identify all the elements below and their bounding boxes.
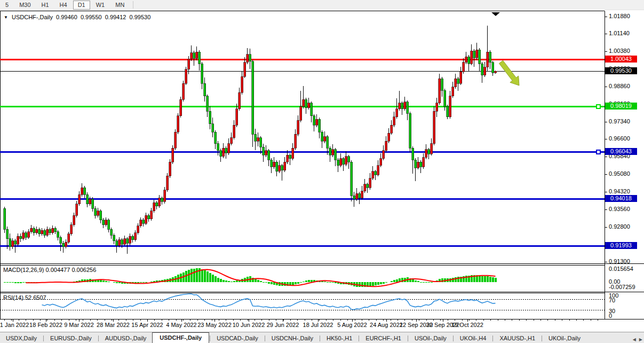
rsi-label: RSI(14) 52.6507 <box>3 294 46 301</box>
tab-separator <box>359 336 359 341</box>
tab-separator <box>453 336 454 341</box>
tab-separator <box>265 336 265 341</box>
date-label: 5 Aug 2022 <box>337 322 367 328</box>
tab-separator <box>210 336 210 341</box>
chart-canvas[interactable] <box>0 0 644 332</box>
date-label: 24 Aug 2022 <box>370 322 403 328</box>
price-tick-label: 0.96600 <box>609 135 630 142</box>
tab-ukoil-daily[interactable]: UKOil-,Daily <box>543 333 586 343</box>
tab-separator <box>492 336 493 341</box>
tab-separator <box>43 336 44 341</box>
low-value: 0.99412 <box>105 14 126 20</box>
macd-axis-label: -0.007259 <box>609 284 635 290</box>
price-tick-label: 0.97340 <box>609 118 630 124</box>
price-tick-label: 1.01880 <box>609 13 630 19</box>
close-value: 0.99530 <box>130 14 151 20</box>
tab-usdcad-daily[interactable]: USDCAD-,Daily <box>211 333 264 343</box>
date-label: 29 Jun 2022 <box>267 322 299 328</box>
price-tick-label: 0.91300 <box>609 258 630 264</box>
tab-scroll-right-icon[interactable]: ▶ <box>639 337 642 342</box>
tab-eurchf-h1[interactable]: EURCHF-,H1 <box>360 333 407 343</box>
tab-usdcnh-daily[interactable]: USDCNH-,Daily <box>266 333 319 343</box>
price-badge: 0.96043 <box>605 148 637 155</box>
date-label: 9 Mar 2022 <box>64 322 94 328</box>
tab-separator <box>542 336 542 341</box>
tab-scroll-left-icon[interactable]: ◀ <box>633 337 636 342</box>
price-tick-label: 0.92800 <box>609 223 630 230</box>
tab-eurusd-daily[interactable]: EURUSD-,Daily <box>44 333 98 343</box>
price-tick-label: 1.00380 <box>609 48 630 54</box>
price-tick-label: 1.01140 <box>609 30 630 36</box>
open-value: 0.99460 <box>56 14 77 20</box>
collapse-icon[interactable]: ▼ <box>4 15 8 20</box>
date-label: 18 Feb 2022 <box>29 322 62 328</box>
tab-hk50-h1[interactable]: HK50-,H1 <box>321 333 358 343</box>
time-axis[interactable]: 31 Jan 202218 Feb 20229 Mar 202228 Mar 2… <box>0 321 605 329</box>
date-label: 15 Apr 2022 <box>131 322 163 328</box>
tab-audusd-daily[interactable]: AUDUSD-,Daily <box>99 333 153 343</box>
price-badge: 0.94018 <box>605 195 637 202</box>
macd-label: MACD(12,26,9) 0.004477 0.006256 <box>3 267 96 273</box>
tab-xauusd-h1[interactable]: XAUUSD-,H1 <box>494 333 541 343</box>
tab-usdchf-daily[interactable]: USDCHF-,Daily <box>152 332 209 343</box>
chart-title: ▼ USDCHF-,Daily 0.99460 0.99550 0.99412 … <box>4 14 152 20</box>
date-label: 10 Jun 2022 <box>233 322 265 328</box>
price-tick-label: 0.94320 <box>609 188 630 194</box>
price-tick-label: 0.93560 <box>609 206 630 212</box>
price-badge: 1.00043 <box>605 56 637 63</box>
price-badge: 0.91993 <box>605 242 637 249</box>
rsi-axis-label: 0 <box>609 313 612 319</box>
tab-usoil-daily[interactable]: USOil-,Daily <box>409 333 452 343</box>
tab-separator <box>408 336 408 341</box>
date-label: 28 Mar 2022 <box>97 322 130 328</box>
date-label: 18 Jul 2022 <box>303 322 333 328</box>
tab-separator <box>320 336 320 341</box>
high-value: 0.99550 <box>81 14 102 20</box>
date-label: 23 May 2022 <box>197 322 232 328</box>
price-axis[interactable]: 1.018801.011401.003800.996200.988600.981… <box>605 10 644 332</box>
tab-usdx-daily[interactable]: USDX,Daily <box>0 333 43 343</box>
price-tick-label: 0.95080 <box>609 170 630 177</box>
date-label: 31 Jan 2022 <box>0 322 29 328</box>
price-tick-label: 0.98860 <box>609 83 630 89</box>
tab-separator <box>98 336 99 341</box>
price-badge: 0.98019 <box>605 103 637 110</box>
symbol-period-label: USDCHF-,Daily <box>12 14 53 20</box>
tab-ukoil-h4[interactable]: UKOil-,H4 <box>454 333 492 343</box>
date-label: 4 May 2022 <box>166 322 196 328</box>
terminal-window: { "toolbar": { "timeframes": ["5", "M30"… <box>0 0 644 343</box>
symbol-tabbar: USDX,DailyEURUSD-,DailyAUDUSD-,DailyUSDC… <box>0 332 644 343</box>
macd-axis-label: 0.015654 <box>609 266 633 272</box>
date-label: 19 Oct 2022 <box>451 322 483 328</box>
price-badge: 0.99530 <box>605 67 637 74</box>
rsi-axis-label: 70 <box>609 297 615 303</box>
